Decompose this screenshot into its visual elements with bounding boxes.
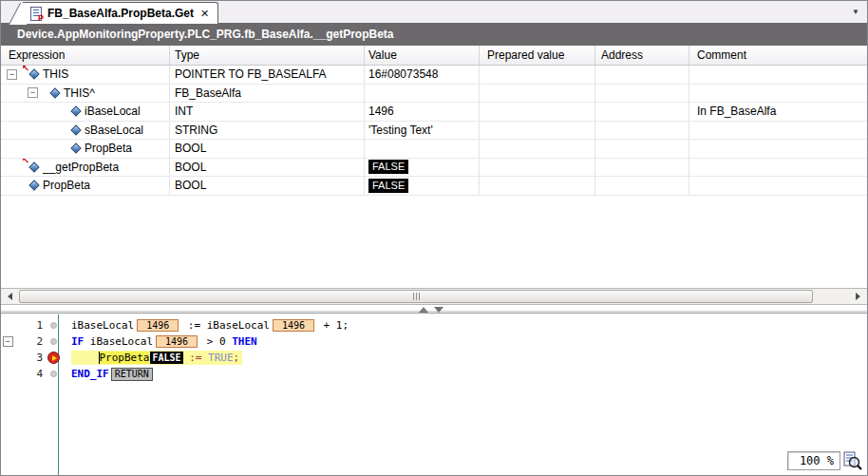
thumb-grip-icon [416, 293, 417, 300]
code-line-text: IF iBaseLocal1496 > 0 THEN [65, 335, 257, 348]
watch-row[interactable]: PropBetaBOOL [1, 140, 867, 159]
tab-close-icon[interactable]: ✕ [199, 8, 210, 20]
operator-token: := [183, 352, 209, 364]
watch-table-header: ExpressionTypeValuePrepared valueAddress… [1, 46, 867, 66]
expand-toggle[interactable]: − [28, 87, 38, 98]
statement-bullet-icon [50, 371, 57, 377]
expression-cell: −THIS^ [1, 85, 170, 103]
breakpoint-margin[interactable] [43, 352, 65, 364]
inline-false-chip[interactable]: FALSE [150, 352, 182, 364]
prepared-value-cell[interactable] [480, 85, 595, 103]
keyword-token: THEN [232, 335, 257, 348]
column-header-expression[interactable]: Expression [1, 46, 170, 65]
editor-zoom-level[interactable]: 100 % [787, 451, 840, 470]
scroll-right-arrow-icon [856, 293, 860, 300]
variable-icon [69, 124, 82, 136]
expression-cell: iBaseLocal [1, 103, 170, 121]
value-cell: 16#08073548 [365, 66, 480, 84]
value-cell: 'Testing Text' [365, 122, 480, 140]
type-cell: STRING [170, 122, 365, 140]
code-token: > 0 [200, 335, 232, 348]
scrollbar-thumb[interactable] [19, 290, 813, 303]
watch-row[interactable]: iBaseLocalINT1496In FB_BaseAlfa [1, 103, 867, 122]
fold-toggle-icon[interactable]: − [3, 336, 13, 347]
editor-window: P FB_BaseAlfa.PropBeta.Get ✕ ▼ Device.Ap… [0, 0, 868, 476]
column-header-address[interactable]: Address [595, 46, 689, 65]
statement-bullet-icon [50, 338, 57, 345]
prepared-value-cell[interactable] [480, 159, 595, 177]
code-line[interactable]: −2IF iBaseLocal1496 > 0 THEN [1, 333, 867, 350]
splitter-collapse-up-icon[interactable] [419, 307, 428, 313]
inline-monitor-value[interactable]: 1496 [156, 335, 198, 348]
prepared-value-cell[interactable] [480, 177, 595, 195]
type-cell: BOOL [170, 177, 365, 195]
code-line[interactable]: 1iBaseLocal1496 := iBaseLocal1496 + 1; [1, 317, 867, 333]
watch-row[interactable]: −↖THISPOINTER TO FB_BASEALFA16#08073548 [1, 66, 867, 85]
tab-list-dropdown-icon[interactable]: ▼ [852, 8, 859, 16]
watch-row[interactable]: PropBetaBOOLFALSE [1, 177, 867, 196]
code-line-text: END_IFRETURN [65, 368, 153, 381]
type-cell: POINTER TO FB_BASEALFA [170, 66, 365, 84]
variable-icon [28, 180, 40, 192]
tab-fb-basealfa-propbeta-get[interactable]: P FB_BaseAlfa.PropBeta.Get ✕ [22, 2, 218, 24]
value-cell: FALSE [365, 177, 480, 195]
column-header-value[interactable]: Value [365, 46, 480, 65]
type-cell: INT [170, 103, 365, 121]
value-cell [365, 140, 480, 158]
splitter-collapse-down-icon[interactable] [434, 307, 443, 313]
prepared-value-cell[interactable] [480, 66, 595, 84]
line-number: 4 [14, 368, 43, 380]
reference-arrow-icon: ↖ [22, 66, 29, 73]
expression-label: THIS^ [64, 86, 95, 100]
prepared-value-cell[interactable] [480, 122, 595, 140]
comment-cell [689, 140, 867, 158]
inline-monitor-value[interactable]: 1496 [137, 319, 179, 332]
scroll-right-button[interactable] [850, 290, 866, 303]
variable-diamond-glyph [70, 124, 81, 135]
return-flow-badge: RETURN [111, 368, 153, 381]
comment-cell [689, 85, 867, 103]
type-cell: FB_BaseAlfa [170, 85, 365, 103]
variable-icon [69, 143, 82, 155]
expression-cell: PropBeta [1, 140, 170, 158]
code-area[interactable]: 1iBaseLocal1496 := iBaseLocal1496 + 1;−2… [1, 314, 867, 382]
breakpoint-margin[interactable] [43, 371, 65, 377]
breakpoint-margin[interactable] [43, 322, 65, 329]
expand-toggle[interactable]: − [7, 69, 17, 80]
horizontal-scrollbar[interactable] [1, 288, 867, 305]
column-header-type[interactable]: Type [170, 46, 365, 65]
variable-icon [69, 105, 82, 118]
watch-row[interactable]: −THIS^FB_BaseAlfa [1, 85, 867, 104]
keyword-token: END_IF [71, 368, 109, 380]
active-breakpoint-icon[interactable] [47, 352, 60, 364]
scroll-left-button[interactable] [2, 290, 18, 303]
watch-row[interactable]: sBaseLocalSTRING'Testing Text' [1, 122, 867, 141]
instance-path-bar: Device.AppMonitoringProperty.PLC_PRG.fb_… [1, 24, 867, 46]
expression-label: iBaseLocal [85, 105, 141, 118]
prepared-value-cell[interactable] [480, 140, 595, 158]
prepared-value-cell[interactable] [480, 103, 595, 121]
pane-splitter[interactable] [1, 305, 867, 314]
property-badge: P [38, 14, 44, 23]
breakpoint-margin[interactable] [43, 338, 65, 345]
zoom-magnifier-icon[interactable] [842, 450, 863, 471]
value-text: 16#08073548 [368, 67, 438, 81]
comment-cell [689, 122, 867, 140]
column-header-prepared-value[interactable]: Prepared value [480, 46, 595, 65]
st-code-editor[interactable]: 1iBaseLocal1496 := iBaseLocal1496 + 1;−2… [1, 314, 867, 475]
expression-cell: −↖THIS [1, 66, 170, 84]
column-header-comment[interactable]: Comment [689, 46, 867, 65]
watch-row[interactable]: ↖__getPropBetaBOOLFALSE [1, 159, 867, 178]
variable-diamond-glyph [28, 181, 39, 191]
variable-diamond-glyph [28, 162, 39, 172]
address-cell [595, 159, 689, 177]
inline-monitor-value[interactable]: 1496 [273, 319, 314, 332]
code-line[interactable]: 3 PropBetaFALSE := TRUE; [1, 350, 867, 366]
expression-label: PropBeta [43, 179, 90, 192]
variable-diamond-glyph [70, 143, 81, 154]
expression-cell: ↖__getPropBeta [1, 159, 170, 177]
variable-diamond-glyph [28, 69, 39, 80]
keyword-token: IF [71, 335, 84, 348]
code-line-text: PropBetaFALSE := TRUE; [65, 351, 242, 365]
code-line[interactable]: 4END_IFRETURN [1, 366, 867, 382]
